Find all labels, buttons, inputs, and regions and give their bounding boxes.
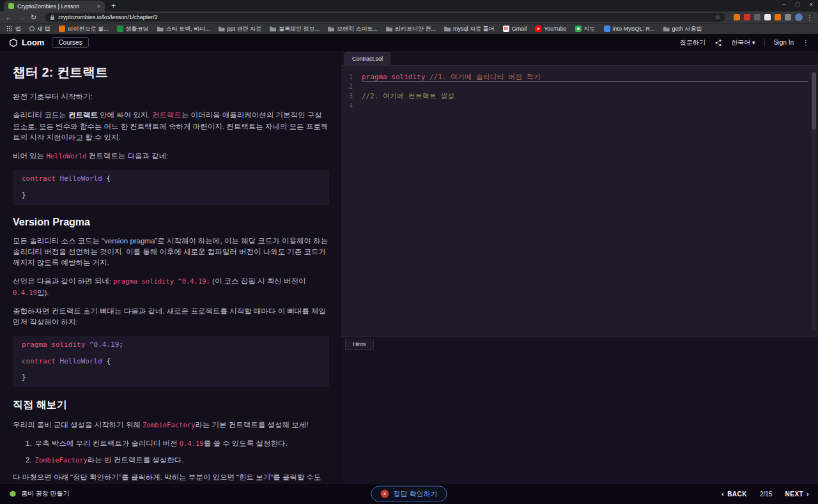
extension-icon[interactable] [754,14,760,20]
list-number: 2. [26,456,32,464]
bookmark-item[interactable]: 생활코딩 [117,25,149,33]
map-icon [575,26,582,32]
text-segment: 우리의 좀비 군대 생성을 시작하기 위해 [13,421,143,429]
extension-icon[interactable] [764,14,771,20]
hexagon-logo-icon [9,38,18,47]
line-number: 1 [341,72,358,82]
url-text: cryptozombies.io/ko/lesson/1/chapter/2 [58,14,158,20]
header-divider [764,39,765,47]
window-maximize-button[interactable]: □ [796,1,799,8]
bookmark-item[interactable]: 스타 트랙, 바다... [157,25,210,33]
code-token: ^0.4.19 [89,340,119,349]
folder-icon [270,26,276,32]
bookmark-item-youtube[interactable]: YouTube [535,26,566,32]
bookmark-label: mysql 자료 폴더 [453,25,495,33]
bookmark-item[interactable]: 리카르디안 컨... [386,25,436,33]
bookmark-item[interactable]: mysql 자료 폴더 [444,25,495,33]
back-label: BACK [727,491,747,498]
code-line-text: //2. 여기에 컨트랙트 생성 [362,91,818,101]
bookmark-star-icon[interactable]: ☆ [715,14,720,20]
tab-close-icon[interactable]: × [97,3,100,10]
editor-tab-contract-sol[interactable]: Contract.sol [344,52,390,65]
lesson-paragraph: 선언은 다음과 같이 하면 되네: pragma solidity ^0.4.1… [13,276,329,298]
bookmark-item[interactable]: ppt 관련 자료 [219,25,262,33]
browser-toolbar: ← → ↻ cryptozombies.io/ko/lesson/1/chapt… [0,11,818,23]
code-line: 2 [341,82,818,91]
bookmark-label: 스타 트랙, 바다... [166,25,210,33]
scrollbar-thumb[interactable] [812,72,816,130]
courses-button[interactable]: Courses [52,37,88,48]
refresh-button[interactable]: ↻ [31,14,36,21]
chapter-title: 좀비 공장 만들기 [21,489,70,498]
app-header: Loom Courses 질문하기 한국어 ▾ Sign In ⋮ [0,34,818,51]
window-close-button[interactable]: × [810,1,813,8]
browser-tab[interactable]: CryptoZombies | Lesson × [4,1,105,11]
sign-in-link[interactable]: Sign In [774,39,794,46]
bookmark-label: YouTube [544,26,566,32]
extension-icon[interactable] [734,14,740,20]
youtube-icon [535,26,541,32]
lesson-paragraph: 완전 기초부터 시작하기: [13,91,329,102]
text-segment: 우측 박스에 우리 컨트랙트가 솔리디티 버전 [35,439,180,447]
app-logo[interactable]: Loom [9,38,44,47]
bookmark-item-maps[interactable]: 지도 [575,25,596,33]
bookmark-label: geth 사용법 [672,25,702,33]
page-icon [59,26,65,32]
task-item: 2.ZombieFactory라는 빈 컨트랙트를 생성한다. [26,455,329,466]
folder-icon [157,26,164,32]
chevron-left-icon: ‹ [722,491,724,498]
back-button[interactable]: ‹BACK [722,491,747,498]
code-token: contract [22,357,56,365]
share-icon[interactable] [714,39,722,47]
bookmark-item[interactable]: 블록체인 정보... [270,25,320,33]
bookmark-label: ppt 관련 자료 [228,25,262,33]
bookmark-item-gmail[interactable]: Gmail [503,26,527,32]
bookmark-item[interactable]: 브랜치 스마트... [328,25,378,33]
bookmark-item[interactable]: 새 탭 [29,25,50,33]
editor-scrollbar[interactable] [812,72,816,330]
header-menu-icon[interactable]: ⋮ [803,39,809,46]
profile-avatar[interactable] [795,13,803,21]
language-selector[interactable]: 한국어 ▾ [731,38,755,47]
code-line: 1 pragma solidity //1. 여기에 솔리디티 버전 적기 [341,72,818,82]
code-comment: //2. 여기에 컨트랙트 생성 [362,92,454,100]
inline-code: 0.4.19 [13,289,37,296]
bookmark-item[interactable]: 파이썬으로 불... [59,25,109,33]
text-segment: 컨트랙트는 다음과 같네: [87,152,169,160]
section-heading-version-pragma: Version Pragma [13,217,329,228]
chevron-right-icon: › [806,491,809,498]
bold-text: 컨트랙트 [68,111,98,119]
code-token: } [22,191,26,199]
extension-icon[interactable] [785,14,791,20]
bookmark-item-apps[interactable]: 앱 [6,25,21,33]
back-button[interactable]: ← [5,14,12,21]
new-tab-button[interactable]: + [111,1,116,10]
hints-tab[interactable]: Hints [345,339,374,350]
bookmark-label: 파이썬으로 불... [68,25,109,33]
code-token: { [102,174,111,183]
bookmark-label: 지도 [584,25,596,33]
close-circle-icon: × [380,490,389,498]
code-token: HelloWorld [56,357,102,365]
forward-button[interactable]: → [18,14,25,21]
code-editor[interactable]: 1 pragma solidity //1. 여기에 솔리디티 버전 적기 2 … [341,66,818,337]
text-segment: 임). [37,289,49,296]
editor-pane: Contract.sol 1 pragma solidity //1. 여기에 … [341,51,818,483]
text-segment: 솔리디티 코드는 [13,111,68,119]
bookmark-item[interactable]: into MySQL: R... [604,26,655,32]
omnibox[interactable]: cryptozombies.io/ko/lesson/1/chapter/2 ☆ [45,13,725,22]
glossary-link[interactable]: 컨트랙트 [152,111,181,119]
check-answer-button[interactable]: × 정답 확인하기 [371,486,447,502]
extension-icon[interactable] [744,14,750,20]
next-button[interactable]: NEXT› [785,491,809,498]
extension-icon[interactable] [775,14,781,20]
window-minimize-button[interactable]: – [782,1,785,8]
code-line-text [362,101,818,111]
browser-menu-button[interactable]: ⋮ [806,14,813,21]
code-token: pragma solidity [22,340,89,349]
text-segment: 안에 싸여 있지. [98,111,152,119]
chapter-badge: 좀비 공장 만들기 [9,489,70,498]
bookmark-item[interactable]: geth 사용법 [663,25,702,33]
ask-question-link[interactable]: 질문하기 [680,38,706,47]
task-list: 1.우측 박스에 우리 컨트랙트가 솔리디티 버전 0.4.19를 쓸 수 있도… [26,438,329,466]
